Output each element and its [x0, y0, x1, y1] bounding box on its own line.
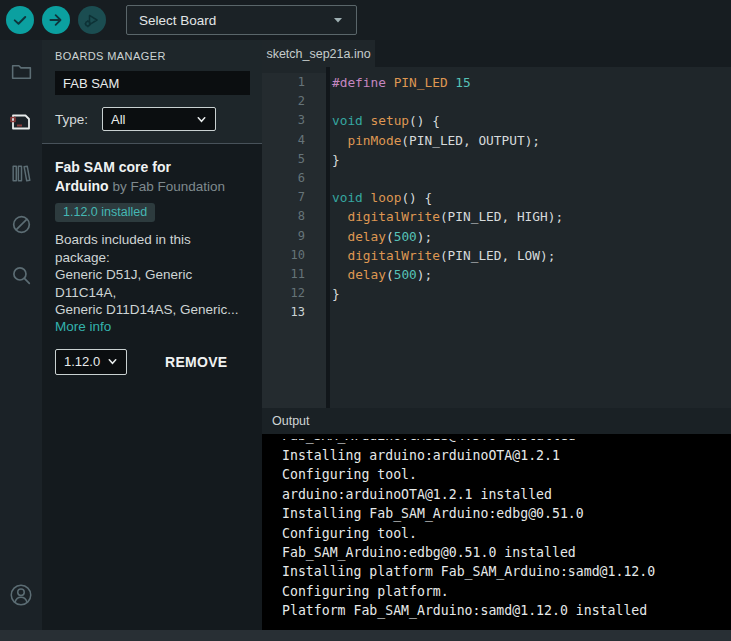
chevron-down-icon: [332, 14, 344, 26]
description-line: Generic D11D14AS, Generic...: [55, 301, 248, 319]
board-card-fab-sam[interactable]: Fab SAM core for Arduino by Fab Foundati…: [55, 158, 248, 375]
toolbar: Select Board: [0, 0, 731, 40]
console-line: Configuring platform.: [282, 582, 731, 601]
board-selector-dropdown[interactable]: Select Board: [126, 5, 357, 35]
sidebar-item-library-manager[interactable]: [0, 152, 42, 194]
boards-manager-header-section: BOARDS MANAGER Type: All: [42, 40, 262, 144]
upload-button[interactable]: [42, 6, 70, 34]
line-number: 2: [262, 92, 305, 111]
console-partial-line: Fab_SAM_Arduino:CMSIS@4.5.0 installed: [282, 439, 731, 446]
output-panel-header[interactable]: Output: [262, 408, 731, 434]
tab-sketch[interactable]: sketch_sep21a.ino: [262, 40, 375, 67]
console-line: Installing arduino:arduinoOTA@1.2.1: [282, 446, 731, 465]
description-line: Generic D51J, Generic D11C14A,: [55, 266, 248, 301]
description-line: Boards included in this package:: [55, 231, 248, 266]
line-number: 12: [262, 284, 305, 303]
code-line: void loop() {: [332, 188, 731, 207]
board-card-title: Fab SAM core for Arduino by Fab Foundati…: [55, 158, 248, 196]
sidebar-item-boards-manager[interactable]: [0, 101, 42, 143]
line-number: 11: [262, 265, 305, 284]
chevron-down-icon: [107, 356, 118, 367]
line-number: 1: [262, 73, 305, 92]
line-number: 7: [262, 188, 305, 207]
arrow-right-icon: [47, 11, 65, 29]
line-number: 10: [262, 246, 305, 265]
verify-button[interactable]: [6, 6, 34, 34]
console-line: Installing platform Fab_SAM_Arduino:samd…: [282, 562, 731, 581]
code-line: void setup() {: [332, 111, 731, 130]
board-card-title-line1: Fab SAM core for: [55, 159, 171, 175]
board-card-description: Boards included in this package:Generic …: [55, 231, 248, 319]
console-line: Platform Fab_SAM_Arduino:samd@1.12.0 ins…: [282, 601, 731, 620]
line-number: 3: [262, 111, 305, 130]
account-button[interactable]: [0, 574, 42, 616]
boards-list: Fab SAM core for Arduino by Fab Foundati…: [42, 144, 262, 630]
debug-button[interactable]: [78, 6, 106, 34]
line-number: 5: [262, 150, 305, 169]
activity-bar: [0, 40, 42, 630]
boards-manager-panel: BOARDS MANAGER Type: All: [42, 40, 262, 630]
version-value: 1.12.0: [64, 354, 107, 369]
folder-icon: [9, 59, 34, 84]
type-filter-select[interactable]: All: [102, 107, 216, 131]
line-number: 8: [262, 207, 305, 226]
editor-column: sketch_sep21a.ino 12345678910111213 #def…: [262, 40, 731, 630]
arduino-ide-window: Select Board: [0, 0, 731, 641]
code-line: }: [332, 284, 731, 303]
type-filter-value: All: [111, 112, 196, 127]
panel-title: BOARDS MANAGER: [55, 50, 252, 62]
more-info-link[interactable]: More info: [55, 319, 248, 334]
type-label: Type:: [55, 112, 88, 127]
code-line: delay(500);: [332, 227, 731, 246]
editor-tab-bar: sketch_sep21a.ino: [262, 40, 731, 67]
remove-button[interactable]: REMOVE: [165, 354, 227, 370]
type-filter-row: Type: All: [55, 107, 252, 131]
boards-search-box: [55, 71, 250, 95]
line-number: 13: [262, 303, 305, 322]
chevron-down-icon: [196, 114, 207, 125]
debug-play-icon: [82, 10, 102, 30]
code-line: [332, 169, 731, 188]
code-line: pinMode(PIN_LED, OUTPUT);: [332, 131, 731, 150]
slashed-circle-icon: [9, 212, 34, 237]
line-number-gutter: 12345678910111213: [262, 73, 326, 408]
code-editor[interactable]: 12345678910111213 #define PIN_LED 15void…: [262, 67, 731, 408]
line-number: 6: [262, 169, 305, 188]
code-line: #define PIN_LED 15: [332, 73, 731, 92]
search-icon: [9, 263, 34, 288]
sidebar-item-sketchbook[interactable]: [0, 50, 42, 92]
code-line: }: [332, 150, 731, 169]
console-line: Configuring tool.: [282, 465, 731, 484]
code-line: [332, 303, 731, 322]
output-console[interactable]: Fab_SAM_Arduino:CMSIS@4.5.0 installed In…: [262, 434, 731, 630]
output-panel-title: Output: [272, 414, 310, 428]
line-number: 9: [262, 227, 305, 246]
board-card-actions: 1.12.0 REMOVE: [55, 349, 248, 375]
boards-search-input[interactable]: [63, 76, 242, 91]
sidebar-item-debug[interactable]: [0, 203, 42, 245]
status-bar: [0, 630, 731, 641]
code-line: digitalWrite(PIN_LED, LOW);: [332, 246, 731, 265]
board-selector-value: Select Board: [139, 13, 332, 28]
code-line: digitalWrite(PIN_LED, HIGH);: [332, 207, 731, 226]
console-line: arduino:arduinoOTA@1.2.1 installed: [282, 485, 731, 504]
account-icon: [8, 582, 34, 608]
installed-badge: 1.12.0 installed: [55, 203, 155, 222]
board-icon: [8, 109, 34, 135]
library-icon: [9, 161, 34, 186]
line-number: 4: [262, 131, 305, 150]
console-line: Configuring tool.: [282, 524, 731, 543]
board-card-title-line2: Arduino: [55, 178, 109, 194]
console-line: Fab_SAM_Arduino:edbg@0.51.0 installed: [282, 543, 731, 562]
code-line: [332, 92, 731, 111]
console-line: Installing Fab_SAM_Arduino:edbg@0.51.0: [282, 504, 731, 523]
code-lines: #define PIN_LED 15void setup() { pinMode…: [330, 73, 731, 408]
check-icon: [11, 11, 29, 29]
sidebar-item-search[interactable]: [0, 254, 42, 296]
version-select[interactable]: 1.12.0: [55, 349, 127, 375]
board-card-author: by Fab Foundation: [113, 179, 226, 194]
code-line: delay(500);: [332, 265, 731, 284]
